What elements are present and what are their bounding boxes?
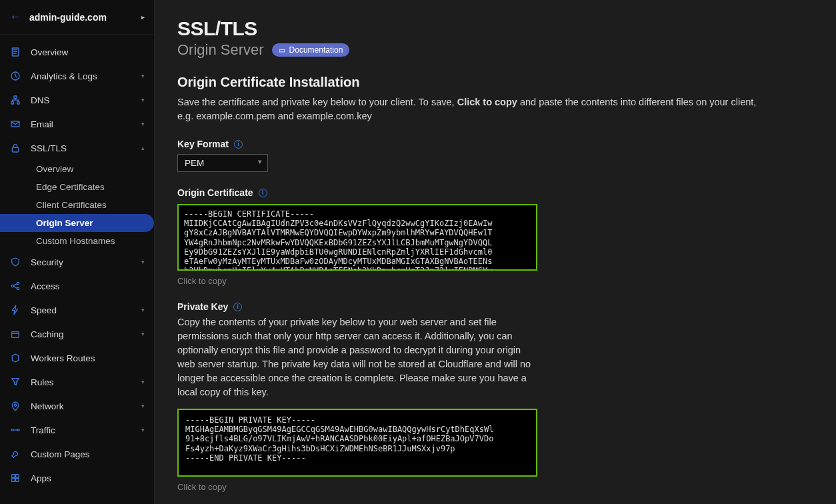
sidebar-item-traffic[interactable]: Traffic▾ [0,418,154,442]
section-heading: Origin Certificate Installation [177,75,813,90]
chevron-down-icon: ▾ [141,379,145,385]
sidebar-item-label: Security [31,257,141,267]
sidebar-subitem-origin-server[interactable]: Origin Server [0,214,154,232]
svg-point-11 [14,404,16,406]
sidebar-item-label: Speed [31,305,141,315]
sidebar-subitem-edge-certificates[interactable]: Edge Certificates [0,178,154,196]
sidebar-item-label: Caching [31,329,141,339]
origin-cert-textarea[interactable]: -----BEGIN CERTIFICATE----- MIIDKjCCAtCg… [177,204,537,271]
sidebar: ← admin-guide.com ▸ OverviewAnalytics & … [0,0,155,504]
sidebar-item-label: Workers Routes [31,353,145,363]
tree-icon [9,94,21,106]
chevron-down-icon: ▾ [141,403,145,409]
sidebar-item-speed[interactable]: Speed▾ [0,298,154,322]
sidebar-item-label: Rules [31,377,141,387]
key-format-field: Key Format i PEM [177,138,813,172]
sidebar-item-label: Email [31,119,141,129]
key-format-select-wrap: PEM [177,154,268,172]
documentation-pill[interactable]: ▭ Documentation [272,43,350,57]
sidebar-item-apps[interactable]: Apps [0,466,154,490]
chevron-down-icon: ▾ [141,259,145,265]
sidebar-item-security[interactable]: Security▾ [0,250,154,274]
lock-icon [9,142,21,154]
save-description: Save the certificate and private key bel… [177,95,764,123]
svg-rect-15 [16,475,19,478]
doc-icon [9,46,21,58]
svg-rect-16 [12,479,15,482]
origin-cert-label: Origin Certificate i [177,187,267,198]
grid-icon [9,472,21,484]
chevron-down-icon: ▾ [141,121,145,127]
sidebar-item-label: Traffic [31,425,141,435]
sidebar-submenu-ssl: OverviewEdge CertificatesClient Certific… [0,160,154,250]
sidebar-item-label: DNS [31,95,141,105]
bolt-icon [9,304,21,316]
sidebar-item-label: Analytics & Logs [31,71,141,81]
sidebar-item-overview[interactable]: Overview [0,40,154,64]
sidebar-item-ssl-tls[interactable]: SSL/TLS▴ [0,136,154,160]
main-content: SSL/TLS Origin Server ▭ Documentation Or… [155,0,836,504]
documentation-label: Documentation [289,45,343,55]
svg-rect-10 [12,332,19,338]
sidebar-item-analytics-logs[interactable]: Analytics & Logs▾ [0,64,154,88]
private-key-field: Private Key i Copy the contents of your … [177,301,813,492]
sidebar-item-email[interactable]: Email▾ [0,112,154,136]
private-key-label: Private Key i [177,301,242,312]
sidebar-item-label: Apps [31,473,145,483]
hex-icon [9,352,21,364]
svg-rect-17 [16,479,19,482]
clock-icon [9,70,21,82]
chevron-down-icon: ▾ [141,307,145,313]
page-subtitle: Origin Server [177,41,264,59]
sidebar-item-access[interactable]: Access [0,274,154,298]
sidebar-item-label: Overview [31,47,145,57]
back-arrow-icon[interactable]: ← [9,10,21,24]
key-format-label: Key Format i [177,139,243,149]
key-format-select[interactable]: PEM [177,154,268,172]
shield-icon [9,256,21,268]
page-title: SSL/TLS [177,17,813,40]
chevron-down-icon: ▾ [141,73,145,79]
key-click-to-copy[interactable]: Click to copy [177,482,813,492]
sidebar-item-label: Network [31,401,141,411]
sidebar-item-custom-pages[interactable]: Custom Pages [0,442,154,466]
tool-icon [9,448,21,460]
private-key-description: Copy the contents of your private key be… [177,315,537,399]
sidebar-item-caching[interactable]: Caching▾ [0,322,154,346]
svg-rect-6 [12,147,18,152]
site-header: ← admin-guide.com ▸ [0,0,154,35]
sidebar-subitem-overview[interactable]: Overview [0,160,154,178]
sidebar-item-dns[interactable]: DNS▾ [0,88,154,112]
cert-click-to-copy[interactable]: Click to copy [177,276,813,286]
caret-right-icon[interactable]: ▸ [141,13,145,21]
sidebar-subitem-custom-hostnames[interactable]: Custom Hostnames [0,232,154,250]
info-icon[interactable]: i [234,140,243,149]
info-icon[interactable]: i [259,189,267,197]
svg-rect-14 [12,475,15,478]
info-icon[interactable]: i [233,303,242,311]
subtitle-row: Origin Server ▭ Documentation [177,41,813,59]
origin-cert-field: Origin Certificate i -----BEGIN CERTIFIC… [177,187,813,286]
mail-icon [9,118,21,130]
sidebar-nav: OverviewAnalytics & Logs▾DNS▾Email▾SSL/T… [0,35,154,504]
pin-icon [9,400,21,412]
private-key-textarea[interactable]: -----BEGIN PRIVATE KEY----- MIGHAgEAMBMG… [177,409,537,477]
sidebar-item-label: Custom Pages [31,449,145,459]
sidebar-subitem-client-certificates[interactable]: Client Certificates [0,196,154,214]
box-icon [9,328,21,340]
chevron-down-icon: ▾ [141,331,145,337]
sidebar-item-workers-routes[interactable]: Workers Routes [0,346,154,370]
sidebar-item-label: Access [31,281,145,291]
sidebar-item-rules[interactable]: Rules▾ [0,370,154,394]
sidebar-item-label: SSL/TLS [31,143,141,153]
book-icon: ▭ [279,46,285,55]
chevron-up-icon: ▴ [141,145,145,151]
site-domain[interactable]: admin-guide.com [29,12,137,23]
share-icon [9,280,21,292]
sidebar-item-network[interactable]: Network▾ [0,394,154,418]
traffic-icon [9,424,21,436]
chevron-down-icon: ▾ [141,427,145,433]
chevron-down-icon: ▾ [141,97,145,103]
funnel-icon [9,376,21,388]
